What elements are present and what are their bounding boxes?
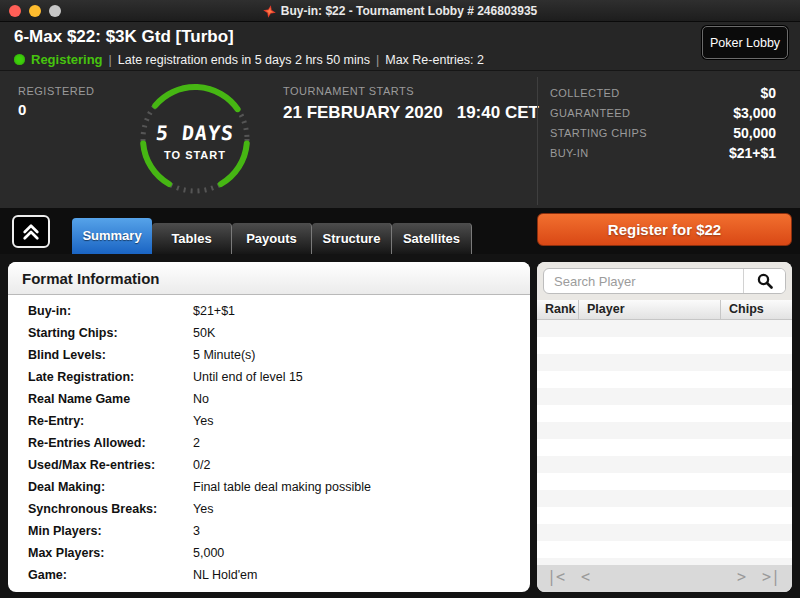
previous-page-icon[interactable]: < (581, 568, 590, 586)
stat-value: 50,000 (733, 125, 776, 141)
table-row (537, 524, 792, 541)
format-rows: Buy-in:$21+$1Starting Chips:50KBlind Lev… (8, 295, 530, 592)
format-row: Re-Entries Allowed:2 (8, 432, 530, 454)
format-row: Late Registration:Until end of level 15 (8, 366, 530, 388)
format-row-label: Min Players: (28, 524, 193, 538)
countdown-value: 5 DAYS (132, 121, 259, 145)
tab-tables[interactable]: Tables (152, 223, 232, 254)
format-row-value: 3 (193, 524, 200, 538)
tab-strip: SummaryTablesPayoutsStructureSatellites (72, 218, 472, 254)
registered-label: REGISTERED (18, 85, 95, 97)
countdown-timer: 5 DAYS TO START (133, 77, 257, 201)
format-row-value: 5 Minute(s) (193, 348, 256, 362)
table-row (537, 473, 792, 490)
poker-lobby-button[interactable]: Poker Lobby (702, 26, 788, 59)
format-row-label: Used/Max Re-entries: (28, 458, 193, 472)
tab-summary[interactable]: Summary (72, 218, 152, 254)
format-information-title: Format Information (8, 262, 530, 295)
stat-row: BUY-IN$21+$1 (550, 143, 776, 163)
format-row-label: Re-Entry: (28, 414, 193, 428)
table-row (537, 507, 792, 524)
format-row-label: Max Players: (28, 546, 193, 560)
tournament-title: 6-Max $22: $3K Gtd [Turbo] (14, 27, 234, 47)
tournament-header: 6-Max $22: $3K Gtd [Turbo] Registering |… (0, 22, 800, 70)
format-row: Used/Max Re-entries:0/2 (8, 454, 530, 476)
search-icon (756, 272, 774, 290)
column-header-chips: Chips (721, 300, 792, 319)
table-row (537, 371, 792, 388)
format-row-value: NL Hold'em (193, 568, 257, 582)
status-separator: | (376, 53, 379, 67)
format-row-label: Re-Entries Allowed: (28, 436, 193, 450)
format-row-value: Final table deal making possible (193, 480, 371, 494)
table-row (537, 422, 792, 439)
table-row (537, 337, 792, 354)
titlebar: Buy-in: $22 - Tournament Lobby # 2468039… (0, 0, 800, 22)
search-player-input[interactable] (544, 269, 743, 293)
late-registration-text: Late registration ends in 5 days 2 hrs 5… (118, 53, 370, 67)
format-row: Real Name GameNo (8, 388, 530, 410)
format-row-value: 50K (193, 326, 215, 340)
first-page-icon[interactable]: |< (547, 568, 565, 586)
format-row-label: Real Name Game (28, 392, 193, 406)
tab-satellites[interactable]: Satellites (392, 223, 472, 254)
tab-structure[interactable]: Structure (312, 223, 392, 254)
stat-label: BUY-IN (550, 147, 589, 159)
format-row: Max Players:5,000 (8, 542, 530, 564)
window-title: Buy-in: $22 - Tournament Lobby # 2468039… (281, 4, 538, 18)
format-row: Synchronous Breaks:Yes (8, 498, 530, 520)
format-row: Deal Making:Final table deal making poss… (8, 476, 530, 498)
format-row: Min Players:3 (8, 520, 530, 542)
stat-row: COLLECTED$0 (550, 83, 776, 103)
stat-value: $3,000 (733, 105, 776, 121)
column-header-rank: Rank (537, 300, 579, 319)
stat-value: $21+$1 (729, 145, 776, 161)
format-row: Buy-in:$21+$1 (8, 300, 530, 322)
table-row (537, 320, 792, 337)
last-page-icon[interactable]: >| (762, 568, 780, 586)
table-row (537, 405, 792, 422)
search-button[interactable] (743, 269, 785, 293)
players-table-rows (537, 320, 792, 565)
stat-label: STARTING CHIPS (550, 127, 647, 139)
format-row: Re-Entry:Yes (8, 410, 530, 432)
format-row-value: Maximum of 6 players (193, 590, 315, 592)
format-row-label: Synchronous Breaks: (28, 502, 193, 516)
table-row (537, 354, 792, 371)
max-reentries-text: Max Re-entries: 2 (385, 53, 484, 67)
table-row (537, 558, 792, 565)
tournament-start-datetime: 21 FEBRUARY 202019:40 CET (283, 103, 539, 123)
registering-status-icon (14, 54, 25, 65)
format-row: Players per Table:Maximum of 6 players (8, 586, 530, 592)
format-row-value: 0/2 (193, 458, 210, 472)
format-row-value: Until end of level 15 (193, 370, 303, 384)
next-page-icon[interactable]: > (737, 568, 746, 586)
tab-bar: SummaryTablesPayoutsStructureSatellites … (0, 208, 800, 254)
search-strip (537, 262, 792, 300)
search-box (543, 268, 786, 294)
collapse-panel-button[interactable] (12, 215, 50, 248)
overview-section: REGISTERED 0 5 DAYS TO START TOURNAMENT … (0, 70, 800, 208)
format-row-label: Game: (28, 568, 193, 582)
format-row: Blind Levels:5 Minute(s) (8, 344, 530, 366)
table-row (537, 439, 792, 456)
format-row-label: Deal Making: (28, 480, 193, 494)
stat-value: $0 (760, 85, 776, 101)
table-row (537, 388, 792, 405)
tab-payouts[interactable]: Payouts (232, 223, 312, 254)
format-row-value: Yes (193, 502, 213, 516)
players-panel: RankPlayerChips |< < > >| (537, 262, 792, 592)
column-header-player: Player (579, 300, 721, 319)
format-row-value: $21+$1 (193, 304, 235, 318)
status-label: Registering (31, 52, 103, 67)
format-row-value: 5,000 (193, 546, 224, 560)
register-button[interactable]: Register for $22 (537, 213, 792, 246)
format-row-label: Starting Chips: (28, 326, 193, 340)
format-row-label: Late Registration: (28, 370, 193, 384)
stat-row: GUARANTEED$3,000 (550, 103, 776, 123)
start-date: 21 FEBRUARY 2020 (283, 103, 443, 122)
status-separator: | (109, 53, 112, 67)
format-row-value: 2 (193, 436, 200, 450)
format-row-value: No (193, 392, 209, 406)
format-row: Starting Chips:50K (8, 322, 530, 344)
